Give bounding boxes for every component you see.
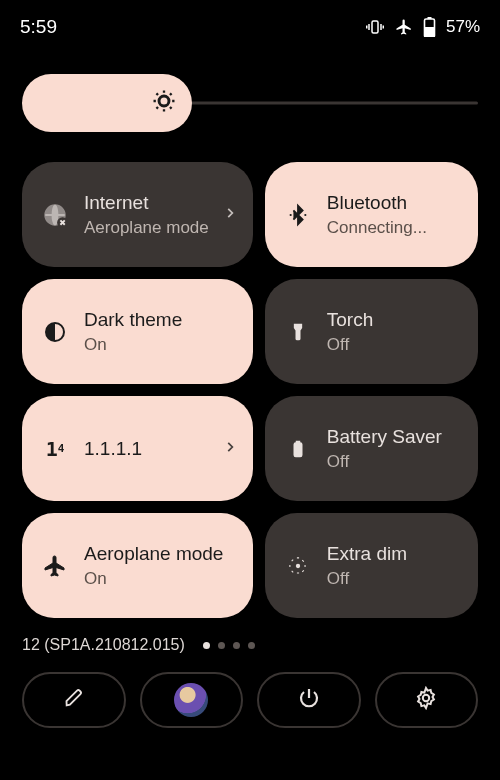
torch-icon [283, 319, 313, 345]
tile-aeroplane-mode[interactable]: Aeroplane mode On [22, 513, 253, 618]
edit-tiles-button[interactable] [22, 672, 126, 728]
gear-icon [414, 686, 438, 714]
tile-title: Battery Saver [327, 425, 462, 449]
svg-rect-3 [424, 27, 434, 37]
battery-saver-icon [283, 436, 313, 462]
tile-title: Torch [327, 308, 462, 332]
status-bar: 5:59 57% [0, 0, 500, 44]
brightness-handle[interactable] [22, 74, 192, 132]
tile-battery-saver[interactable]: Battery Saver Off [265, 396, 478, 501]
pencil-icon [63, 687, 85, 713]
dns-icon: 14 [40, 437, 70, 461]
brightness-slider[interactable] [22, 74, 478, 132]
tile-subtitle: On [84, 568, 237, 589]
tile-subtitle: Connecting... [327, 217, 462, 238]
tile-subtitle: Off [327, 451, 462, 472]
tile-internet[interactable]: Internet Aeroplane mode [22, 162, 253, 267]
extra-dim-icon [283, 553, 313, 579]
tile-title: Internet [84, 191, 209, 215]
build-row: 12 (SP1A.210812.015) [0, 618, 500, 654]
settings-button[interactable] [375, 672, 479, 728]
battery-percentage: 57% [446, 17, 480, 37]
brightness-icon [150, 87, 178, 119]
power-button[interactable] [257, 672, 361, 728]
battery-icon [423, 17, 436, 37]
pager-dot [248, 642, 255, 649]
pager-dot [233, 642, 240, 649]
tile-subtitle: Off [327, 334, 462, 355]
tile-subtitle: On [84, 334, 237, 355]
dark-theme-icon [40, 320, 70, 344]
tile-extra-dim[interactable]: Extra dim Off [265, 513, 478, 618]
build-number: 12 (SP1A.210812.015) [22, 636, 185, 654]
page-indicator[interactable] [203, 642, 255, 649]
tile-torch[interactable]: Torch Off [265, 279, 478, 384]
chevron-right-icon [223, 440, 237, 458]
tile-bluetooth[interactable]: Bluetooth Connecting... [265, 162, 478, 267]
tile-dark-theme[interactable]: Dark theme On [22, 279, 253, 384]
pager-dot [218, 642, 225, 649]
airplane-icon [395, 18, 413, 36]
user-avatar [174, 683, 208, 717]
power-icon [297, 686, 321, 714]
svg-point-15 [423, 695, 429, 701]
tile-title: Extra dim [327, 542, 462, 566]
tile-subtitle: Aeroplane mode [84, 217, 209, 238]
status-time: 5:59 [20, 16, 57, 38]
tile-title: Aeroplane mode [84, 542, 237, 566]
vibrate-icon [365, 18, 385, 36]
tile-dns[interactable]: 14 1.1.1.1 [22, 396, 253, 501]
svg-rect-0 [372, 21, 378, 33]
globe-disabled-icon [40, 202, 70, 228]
pager-dot [203, 642, 210, 649]
status-right: 57% [365, 17, 480, 37]
svg-point-8 [289, 213, 291, 215]
qs-footer-actions [0, 654, 500, 728]
tile-title: Dark theme [84, 308, 237, 332]
airplane-icon [40, 554, 70, 578]
svg-point-9 [304, 213, 306, 215]
qs-tile-grid: Internet Aeroplane mode Bluetooth Connec… [0, 132, 500, 618]
tile-title: Bluetooth [327, 191, 462, 215]
svg-rect-13 [296, 441, 299, 443]
user-switcher-button[interactable] [140, 672, 244, 728]
tile-subtitle: Off [327, 568, 462, 589]
bluetooth-icon [283, 202, 313, 228]
svg-point-14 [296, 563, 300, 567]
tile-title: 1.1.1.1 [84, 437, 209, 461]
svg-point-11 [297, 332, 299, 334]
chevron-right-icon [223, 206, 237, 224]
